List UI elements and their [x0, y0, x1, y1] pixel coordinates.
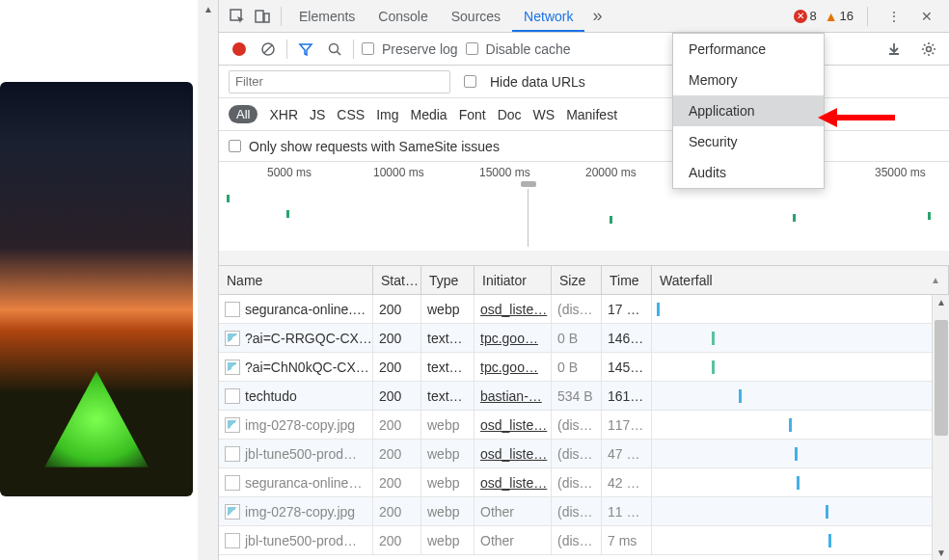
- download-icon[interactable]: [883, 39, 905, 60]
- settings-gear-icon[interactable]: [918, 39, 939, 60]
- tl-handle[interactable]: [521, 181, 536, 187]
- panel-resizer[interactable]: [219, 251, 949, 266]
- separator: [867, 7, 868, 26]
- request-initiator[interactable]: Other: [480, 533, 514, 548]
- request-initiator[interactable]: tpc.goo…: [480, 331, 538, 346]
- svg-line-6: [338, 51, 341, 55]
- svg-point-5: [330, 43, 339, 52]
- table-row[interactable]: seguranca-online.…200webposd_liste…(dis……: [219, 295, 949, 324]
- warning-count: 16: [840, 9, 854, 23]
- type-js[interactable]: JS: [310, 107, 325, 122]
- menu-audits[interactable]: Audits: [673, 157, 824, 188]
- tab-console[interactable]: Console: [366, 1, 439, 32]
- separator: [353, 40, 354, 59]
- request-time: 117…: [602, 411, 652, 439]
- type-xhr[interactable]: XHR: [269, 107, 298, 122]
- overflow-icon[interactable]: »: [584, 4, 610, 29]
- menu-memory[interactable]: Memory: [673, 65, 824, 95]
- type-css[interactable]: CSS: [337, 107, 365, 122]
- request-initiator[interactable]: osd_liste…: [480, 475, 547, 491]
- svg-point-7: [927, 46, 932, 51]
- tl-marker[interactable]: [528, 189, 529, 247]
- header-size[interactable]: Size: [552, 266, 602, 294]
- tab-elements[interactable]: Elements: [287, 1, 366, 32]
- type-all[interactable]: All: [229, 105, 258, 123]
- header-status[interactable]: Stat…: [373, 266, 421, 294]
- kebab-menu-icon[interactable]: ⋮: [881, 4, 907, 29]
- preserve-log-checkbox[interactable]: [362, 42, 374, 55]
- table-row[interactable]: ?ai=ChN0kQC-CX…200text…tpc.goo…0 B145…: [219, 353, 949, 382]
- menu-performance[interactable]: Performance: [673, 34, 824, 65]
- header-waterfall[interactable]: Waterfall▲: [652, 266, 949, 294]
- tl-label: 15000 ms: [479, 166, 530, 179]
- warning-count-badge[interactable]: ▲ 16: [825, 9, 854, 24]
- scroll-thumb[interactable]: [935, 320, 948, 436]
- type-media[interactable]: Media: [411, 107, 447, 122]
- error-count-badge[interactable]: ✕ 8: [794, 9, 816, 23]
- request-size: 534 B: [552, 382, 602, 410]
- close-icon[interactable]: ✕: [914, 4, 939, 29]
- samesite-checkbox[interactable]: [229, 140, 241, 152]
- type-manifest[interactable]: Manifest: [566, 107, 617, 122]
- tab-network[interactable]: Network: [512, 1, 584, 32]
- hide-data-urls-checkbox[interactable]: [464, 75, 476, 88]
- request-initiator[interactable]: tpc.goo…: [480, 360, 538, 375]
- separator: [281, 7, 282, 26]
- file-icon: [225, 388, 240, 404]
- table-row[interactable]: ?ai=C-RRGQC-CX…200text…tpc.goo…0 B146…: [219, 324, 949, 353]
- network-toolbar: Preserve log Disable cache: [219, 33, 949, 66]
- table-row[interactable]: techtudo200text…bastian-…534 B161…: [219, 382, 949, 411]
- disable-cache-checkbox[interactable]: [466, 42, 478, 55]
- device-toggle-icon[interactable]: [250, 4, 275, 29]
- request-size: (dis…: [552, 526, 602, 554]
- error-count: 8: [809, 9, 816, 23]
- request-size: (dis…: [552, 468, 602, 496]
- timeline-overview[interactable]: 5000 ms 10000 ms 15000 ms 20000 ms 35000…: [219, 162, 949, 251]
- header-time[interactable]: Time: [602, 266, 652, 294]
- grid-scrollbar[interactable]: ▲ ▼: [932, 295, 949, 560]
- table-row[interactable]: jbl-tune500-prod…200webpOther(dis…7 ms: [219, 526, 949, 555]
- request-initiator[interactable]: osd_liste…: [480, 417, 547, 433]
- type-img[interactable]: Img: [376, 107, 398, 122]
- request-time: 17 …: [602, 295, 652, 323]
- tab-sources[interactable]: Sources: [440, 1, 512, 32]
- clear-icon[interactable]: [258, 39, 279, 60]
- request-initiator[interactable]: osd_liste…: [480, 302, 547, 317]
- tl-label: 20000 ms: [585, 166, 637, 179]
- menu-application[interactable]: Application: [673, 95, 824, 126]
- filter-input[interactable]: [229, 70, 450, 93]
- type-doc[interactable]: Doc: [498, 107, 522, 122]
- tl-tick: [286, 210, 289, 218]
- scroll-up-icon[interactable]: ▲: [201, 2, 216, 17]
- header-name[interactable]: Name: [219, 266, 373, 294]
- table-row[interactable]: seguranca-online…200webposd_liste…(dis…4…: [219, 468, 949, 497]
- header-type[interactable]: Type: [421, 266, 474, 294]
- type-ws[interactable]: WS: [533, 107, 556, 122]
- scroll-up-icon[interactable]: ▲: [936, 297, 946, 307]
- page-scrollbar[interactable]: ▲: [198, 0, 219, 560]
- table-row[interactable]: jbl-tune500-prod…200webposd_liste…(dis…4…: [219, 440, 949, 468]
- inspect-icon[interactable]: [225, 4, 250, 29]
- separator: [286, 40, 287, 59]
- file-icon: [225, 504, 240, 520]
- header-initiator[interactable]: Initiator: [474, 266, 552, 294]
- request-type: text…: [421, 353, 474, 381]
- filter-icon[interactable]: [295, 39, 316, 60]
- table-row[interactable]: img-0278-copy.jpg200webposd_liste…(dis…1…: [219, 411, 949, 440]
- type-font[interactable]: Font: [459, 107, 486, 122]
- menu-security[interactable]: Security: [673, 126, 824, 157]
- scroll-down-icon[interactable]: ▼: [936, 547, 946, 558]
- record-button[interactable]: [229, 39, 250, 60]
- request-type: webp: [421, 440, 474, 467]
- error-icon: ✕: [794, 10, 807, 23]
- file-icon: [225, 360, 240, 375]
- request-waterfall: [652, 353, 949, 381]
- request-initiator[interactable]: bastian-…: [480, 388, 542, 404]
- request-size: (dis…: [552, 411, 602, 439]
- table-row[interactable]: img-0278-copy.jpg200webpOther(dis…11 …: [219, 497, 949, 526]
- request-initiator[interactable]: Other: [480, 504, 514, 520]
- search-icon[interactable]: [324, 39, 345, 60]
- request-initiator[interactable]: osd_liste…: [480, 446, 547, 462]
- request-name: jbl-tune500-prod…: [245, 533, 357, 548]
- request-status: 200: [373, 324, 421, 352]
